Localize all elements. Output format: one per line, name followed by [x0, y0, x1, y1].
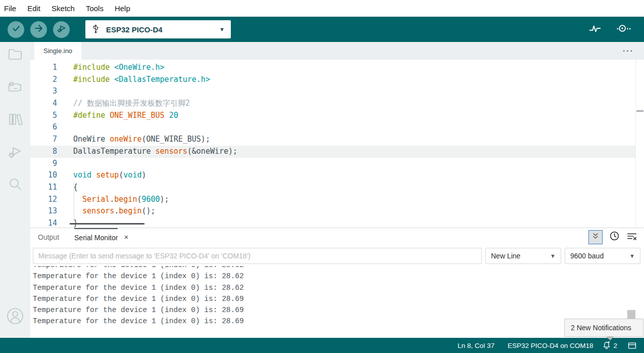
notifications-tooltip[interactable]: 2 New Notifications — [564, 319, 643, 337]
sidebar-item-boards-manager[interactable] — [7, 79, 24, 97]
autoscroll-toggle-button[interactable] — [588, 230, 603, 244]
code-line[interactable]: 11{ — [30, 182, 636, 194]
code-line[interactable]: 3 — [30, 85, 636, 98]
baud-rate-value: 9600 baud — [570, 252, 604, 260]
line-number: 12 — [30, 194, 73, 206]
code-text: void setup(void) — [73, 169, 146, 182]
sidebar-item-search[interactable] — [7, 176, 24, 194]
notifications-button[interactable]: 2 — [602, 340, 617, 351]
indent-guide — [74, 182, 74, 219]
debug-play-gear-icon — [57, 23, 67, 35]
code-editor[interactable]: 1#include <OneWire.h>2#include <DallasTe… — [30, 60, 644, 228]
autoscroll-double-chevron-icon — [591, 232, 600, 243]
panel-toggle-icon — [627, 341, 637, 350]
library-manager-icon — [7, 111, 23, 129]
board-selector-label: ESP32 PICO-D4 — [106, 25, 219, 34]
line-ending-select[interactable]: New Line ▼ — [485, 248, 561, 264]
tab-output[interactable]: Output — [38, 228, 59, 246]
serial-output-line: Temperature for the device 1 (index 0) i… — [33, 282, 644, 293]
sidebar-item-sketchbook[interactable] — [7, 47, 24, 64]
debug-button[interactable] — [53, 21, 70, 38]
code-line[interactable]: 14} — [30, 217, 636, 228]
menu-item-help[interactable]: Help — [109, 4, 136, 13]
activity-sidebar — [0, 42, 30, 338]
code-line[interactable]: 9 — [30, 158, 636, 170]
verify-button[interactable] — [8, 21, 24, 38]
serial-output-line: Temperature for the device 1 (index 0) i… — [33, 266, 644, 271]
code-line[interactable]: 5#define ONE_WIRE_BUS 20 — [30, 110, 636, 122]
serial-output-area[interactable]: Temperature for the device 1 (index 0) i… — [30, 266, 644, 338]
line-number: 13 — [30, 205, 73, 217]
serial-output-line: Temperature for the device 1 (index 0) i… — [33, 271, 644, 282]
toolbar: ESP32 PICO-D4 ▼ — [0, 17, 644, 42]
arduino-ide-window: FileEditSketchToolsHelp ESP32 PICO-D4 ▼ — [0, 0, 644, 353]
notification-count: 2 — [613, 342, 617, 349]
code-line[interactable]: 6 — [30, 121, 636, 134]
code-line[interactable]: 1#include <OneWire.h> — [30, 62, 636, 74]
panel-toggle-button[interactable] — [627, 341, 637, 350]
chevron-down-icon: ▼ — [629, 253, 635, 259]
line-number: 9 — [30, 158, 73, 170]
line-number: 8 — [30, 146, 73, 158]
notifications-tooltip-text: 2 New Notifications — [571, 324, 631, 332]
clear-output-icon[interactable] — [626, 231, 637, 243]
serial-monitor-icon[interactable] — [615, 22, 632, 36]
line-number: 2 — [30, 74, 73, 86]
upload-button[interactable] — [30, 21, 47, 38]
serial-message-row: New Line ▼ 9600 baud ▼ — [30, 246, 644, 266]
editor-tab-bar: Single.ino ··· — [30, 42, 644, 60]
code-text: sensors.begin(); — [73, 205, 156, 217]
code-text: #define ONE_WIRE_BUS 20 — [73, 110, 178, 122]
serial-plotter-icon[interactable] — [588, 22, 602, 36]
status-bar: Ln 8, Col 37 ESP32 PICO-D4 on COM18 2 — [0, 338, 644, 353]
menu-item-file[interactable]: File — [4, 4, 22, 13]
menu-bar: FileEditSketchToolsHelp — [0, 0, 644, 17]
scrollbar-marker[interactable] — [636, 110, 643, 112]
menu-item-edit[interactable]: Edit — [22, 4, 46, 13]
menu-item-tools[interactable]: Tools — [80, 4, 109, 13]
line-number: 6 — [30, 121, 73, 134]
code-text: #include <OneWire.h> — [73, 62, 165, 74]
code-line[interactable]: 12 Serial.begin(9600); — [30, 194, 636, 206]
menu-item-sketch[interactable]: Sketch — [46, 4, 80, 13]
tab-serial-monitor[interactable]: Serial Monitor — [74, 228, 118, 246]
more-actions-icon[interactable]: ··· — [623, 47, 644, 56]
sidebar-item-debug[interactable] — [7, 144, 24, 161]
line-number: 11 — [30, 182, 73, 194]
serial-output-line: Temperature for the device 1 (index 0) i… — [33, 293, 644, 304]
code-text: #include <DallasTemperature.h> — [73, 74, 210, 86]
close-icon[interactable]: × — [121, 233, 131, 241]
account-icon — [6, 306, 25, 328]
right-arrow-icon — [34, 23, 44, 35]
code-line[interactable]: 10void setup(void) — [30, 169, 636, 182]
debug-icon — [7, 144, 23, 162]
code-text: Serial.begin(9600); — [73, 194, 169, 206]
check-icon — [11, 23, 21, 35]
timestamp-clock-icon[interactable] — [609, 231, 620, 243]
code-line[interactable]: 7OneWire oneWire(ONE_WIRE_BUS); — [30, 134, 636, 146]
cursor-position-status[interactable]: Ln 8, Col 37 — [458, 342, 494, 349]
board-selector-dropdown[interactable]: ESP32 PICO-D4 ▼ — [85, 20, 231, 38]
sidebar-item-library-manager[interactable] — [7, 112, 24, 129]
tab-single-ino[interactable]: Single.ino — [34, 42, 81, 60]
serial-output-line: Temperature for the device 1 (index 0) i… — [33, 316, 644, 327]
baud-rate-select[interactable]: 9600 baud ▼ — [565, 248, 640, 264]
code-line[interactable]: 8DallasTemperature sensors(&oneWire); — [30, 146, 636, 158]
code-line[interactable]: 2#include <DallasTemperature.h> — [30, 74, 636, 86]
notification-bell-icon — [602, 340, 611, 351]
code-text: // 数据输出脚接开发板数字引脚2 — [73, 98, 190, 110]
code-line[interactable]: 13 sensors.begin(); — [30, 205, 636, 217]
line-number: 5 — [30, 110, 73, 122]
sketchbook-folder-icon — [7, 47, 23, 65]
line-ending-value: New Line — [491, 252, 520, 260]
code-line[interactable]: 4// 数据输出脚接开发板数字引脚2 — [30, 98, 636, 110]
search-icon — [7, 176, 23, 194]
code-lines: 1#include <OneWire.h>2#include <DallasTe… — [30, 62, 636, 228]
line-number: 4 — [30, 98, 73, 110]
serial-message-input[interactable] — [33, 248, 482, 264]
code-text: OneWire oneWire(ONE_WIRE_BUS); — [73, 134, 210, 146]
panel-tab-bar: Output Serial Monitor × — [30, 228, 644, 246]
horizontal-scrollbar-thumb[interactable] — [70, 223, 144, 225]
board-port-status[interactable]: ESP32 PICO-D4 on COM18 — [508, 342, 593, 349]
account-button[interactable] — [7, 308, 24, 326]
